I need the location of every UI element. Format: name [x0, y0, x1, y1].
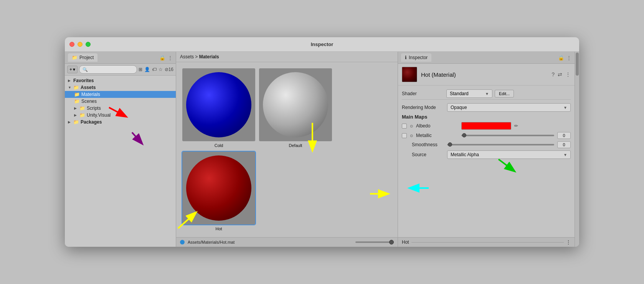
tree-item-unity-visual[interactable]: ▶ 📁 Unity.Visual: [65, 112, 176, 119]
add-button[interactable]: + ▾: [67, 66, 78, 73]
size-slider[interactable]: [355, 241, 394, 243]
breadcrumb-child: Materials: [199, 54, 219, 59]
star-icon[interactable]: ☆: [159, 67, 163, 72]
source-dropdown[interactable]: Metallic Alpha ▼: [447, 150, 571, 159]
tree-item-materials[interactable]: 📁 Materials: [65, 91, 176, 98]
main-maps-label: Main Maps: [402, 114, 444, 120]
slider-track: [355, 241, 394, 243]
source-row: Source Metallic Alpha ▼: [402, 149, 571, 160]
rendering-dropdown-arrow-icon: ▼: [563, 106, 567, 110]
person-icon[interactable]: 👤: [144, 67, 150, 72]
smoothness-label: Smoothness: [402, 142, 444, 147]
grid-icon[interactable]: ⊞: [139, 67, 142, 72]
inspector-more-icon[interactable]: ⋮: [566, 55, 571, 61]
plus-icon: +: [69, 67, 72, 72]
project-panel: 📁 Project 🔒 ⋮ + ▾ 🔍: [65, 52, 176, 247]
assets-panel: Assets > Materials Cold: [176, 52, 398, 247]
tree-item-scenes[interactable]: 📁 Scenes: [65, 98, 176, 105]
metallic-label: Metallic: [416, 133, 458, 138]
smoothness-slider-row: 0: [447, 141, 571, 148]
materials-label: Materials: [81, 92, 100, 97]
scripts-folder-icon: 📁: [79, 106, 85, 111]
albedo-color-swatch[interactable]: [461, 122, 511, 130]
close-button[interactable]: [69, 42, 74, 47]
tree-item-packages[interactable]: ▶ 📁 Packages: [65, 119, 176, 125]
panel-tab-icons: 🔒 ⋮: [159, 55, 173, 61]
asset-thumb-default: [259, 68, 332, 141]
maximize-button[interactable]: [86, 42, 91, 47]
albedo-checkbox[interactable]: [402, 124, 407, 129]
inspector-scrollbar[interactable]: [575, 52, 579, 247]
tree-item-assets[interactable]: ▼ 📁 Assets: [65, 84, 176, 91]
metallic-value[interactable]: 0: [557, 132, 571, 139]
materials-folder-icon: 📁: [74, 92, 80, 97]
tree-arrow-packages: ▶: [68, 120, 72, 124]
footer-divider: [411, 242, 564, 243]
settings-icon[interactable]: ⇄: [558, 71, 562, 78]
asset-label-cold: Cold: [215, 143, 223, 148]
source-value: Metallic Alpha: [451, 152, 479, 157]
main-maps-row: Main Maps: [402, 113, 571, 121]
smoothness-slider-track[interactable]: [447, 144, 554, 145]
lock-icon[interactable]: 🔒: [159, 55, 165, 61]
asset-label-hot: Hot: [215, 226, 222, 231]
smoothness-value[interactable]: 0: [557, 141, 571, 148]
inspector-tab-label: Inspector: [409, 55, 428, 60]
source-dropdown-arrow-icon: ▼: [563, 153, 567, 157]
circle-albedo-icon: ⊙: [410, 124, 413, 128]
folder-icon: 📁: [72, 55, 78, 60]
eye-icon[interactable]: ⊘16: [165, 67, 173, 72]
smoothness-slider-thumb: [448, 142, 452, 147]
project-tab-row: 📁 Project 🔒 ⋮: [65, 52, 176, 64]
main-window: Inspector 📁 Project 🔒 ⋮: [65, 37, 579, 247]
scenes-label: Scenes: [81, 99, 97, 104]
info-icon: ℹ: [405, 55, 407, 60]
rendering-mode-dropdown[interactable]: Opaque ▼: [447, 103, 571, 112]
asset-label-default: Default: [289, 143, 302, 148]
tree-arrow-unity: ▶: [74, 113, 78, 117]
tree-arrow-favorites: ▶: [68, 79, 72, 83]
help-icon[interactable]: ?: [552, 71, 555, 78]
packages-folder-icon: 📁: [73, 119, 79, 125]
metallic-checkbox[interactable]: [402, 133, 407, 138]
pencil-icon[interactable]: ✏: [514, 123, 518, 129]
metallic-slider-thumb: [462, 133, 466, 137]
tree-arrow-assets: ▼: [68, 86, 72, 89]
packages-label: Packages: [81, 119, 102, 125]
scenes-folder-icon: 📁: [74, 99, 80, 104]
material-more-icon[interactable]: ⋮: [565, 71, 571, 78]
tree-item-scripts[interactable]: ▶ 📁 Scripts: [65, 105, 176, 112]
minimize-button[interactable]: [78, 42, 83, 47]
more-icon[interactable]: ⋮: [168, 55, 173, 61]
shader-value: Standard: [450, 91, 469, 96]
tree-item-favorites[interactable]: ▶ Favorites: [65, 77, 176, 84]
toolbar-icons: ⊞ 👤 🏷 ☆ ⊘16: [139, 67, 173, 72]
title-bar: Inspector: [65, 37, 579, 52]
material-name: Hot (Material): [421, 71, 548, 78]
rendering-mode-row: Rendering Mode Opaque ▼: [402, 102, 571, 113]
inspector-lock-icon[interactable]: 🔒: [558, 55, 564, 61]
inspector-tab-row: ℹ Inspector 🔒 ⋮: [398, 52, 575, 64]
inspector-tab[interactable]: ℹ Inspector: [401, 53, 431, 62]
dropdown-arrow-icon: ▼: [485, 92, 489, 96]
project-tab[interactable]: 📁 Project: [68, 53, 97, 62]
default-sphere: [263, 72, 328, 137]
asset-item-hot[interactable]: Hot: [182, 152, 255, 231]
metallic-slider-row: 0: [461, 132, 571, 139]
inspector-panel: ℹ Inspector 🔒 ⋮ Hot (Material) ? ⇄: [398, 52, 575, 247]
scroll-thumb: [576, 53, 579, 76]
metallic-slider-track[interactable]: [461, 135, 554, 136]
metallic-row: ⊙ Metallic 0: [402, 131, 571, 140]
material-header: Hot (Material) ? ⇄ ⋮: [398, 64, 575, 86]
search-box[interactable]: 🔍: [79, 65, 137, 74]
shader-dropdown[interactable]: Standard ▼: [446, 89, 492, 98]
breadcrumb-root: Assets: [180, 54, 194, 59]
assets-grid: Cold Default Hot: [176, 62, 398, 237]
asset-item-default[interactable]: Default: [259, 68, 332, 148]
cold-sphere: [186, 72, 251, 137]
tag-icon[interactable]: 🏷: [152, 67, 157, 72]
albedo-row: ⊙ Albedo ✏: [402, 121, 571, 131]
edit-button[interactable]: Edit...: [495, 90, 514, 97]
footer-more-icon[interactable]: ⋮: [566, 239, 571, 245]
asset-item-cold[interactable]: Cold: [182, 68, 255, 148]
